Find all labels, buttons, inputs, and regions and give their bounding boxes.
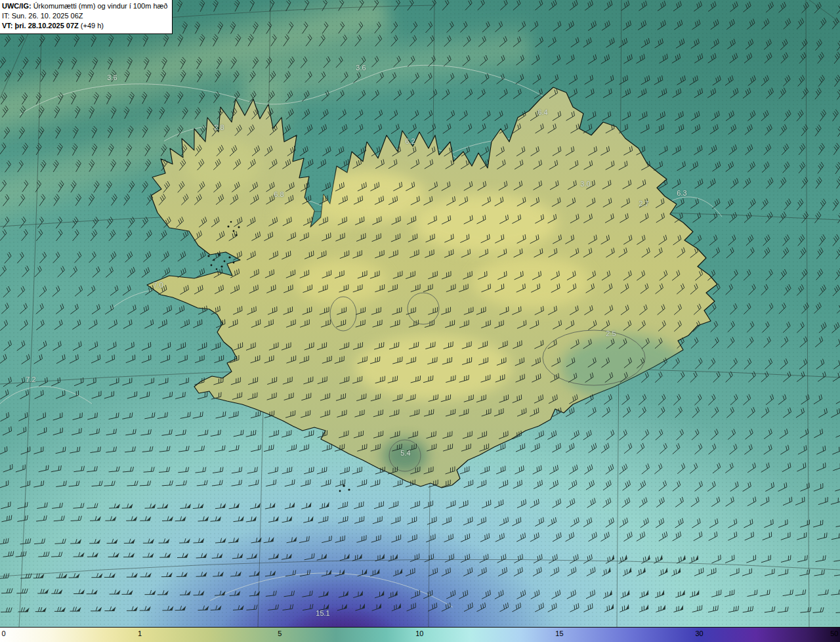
colorbar-tick: 50 (830, 630, 838, 637)
product-title-prefix: UWC/IG: (2, 2, 32, 10)
contour-label: 6.2 (405, 137, 415, 145)
contour-label: 3.6 (356, 64, 366, 72)
colorbar-tick: 10 (415, 630, 423, 637)
contour-labels-layer: 3.63.62.86.46.23.06.82.76.37.07.22.55.41… (0, 0, 840, 642)
contour-label: 6.3 (677, 189, 686, 197)
product-title-text: Úrkomumætti (mm) og vindur í 100m hæð (32, 2, 168, 10)
weather-map-product: 3.63.62.86.46.23.06.82.76.37.07.22.55.41… (0, 0, 840, 642)
colorbar-tick: 0 (2, 630, 6, 637)
contour-label: 7.2 (26, 375, 35, 383)
contour-label: 2.5 (606, 330, 616, 337)
valid-time-main: VT: þri. 28.10.2025 07Z (2, 22, 79, 30)
contour-label: 3.0 (580, 180, 590, 188)
valid-time: VT: þri. 28.10.2025 07Z (+49 h) (2, 21, 167, 31)
title-box: UWC/IG: Úrkomumætti (mm) og vindur í 100… (0, 0, 173, 34)
init-time: IT: Sun. 26. 10. 2025 06Z (2, 11, 167, 21)
valid-time-offset: (+49 h) (79, 22, 104, 30)
contour-label: 7.0 (153, 281, 163, 289)
contour-label: 3.6 (107, 74, 117, 81)
colorbar-tick: 15 (555, 630, 563, 637)
product-title: UWC/IG: Úrkomumætti (mm) og vindur í 100… (2, 1, 167, 11)
contour-label: 15.1 (316, 609, 329, 617)
colorbar: 01510153050 (0, 627, 840, 642)
contour-label: 5.4 (400, 449, 410, 457)
colorbar-tick: 5 (278, 630, 282, 637)
contour-label: 6.4 (537, 108, 547, 116)
contour-label: 2.8 (214, 123, 224, 131)
colorbar-tick: 1 (138, 630, 142, 637)
colorbar-tick: 30 (695, 630, 703, 637)
contour-label: 2.7 (639, 200, 648, 207)
contour-label: 6.8 (274, 190, 284, 198)
